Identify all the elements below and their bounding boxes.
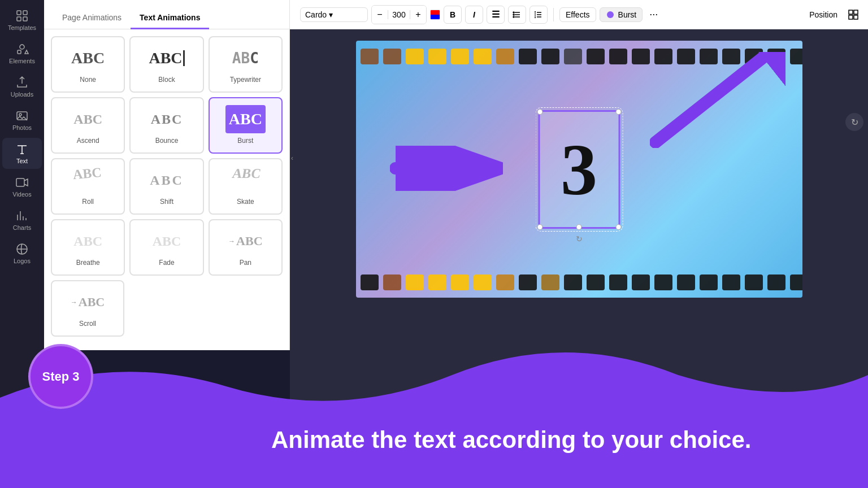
animation-fade[interactable]: ABC Fade bbox=[129, 219, 203, 276]
burst-icon bbox=[606, 10, 615, 19]
timeline-slide-1[interactable]: 3 bbox=[299, 443, 350, 477]
sidebar-item-charts[interactable]: Charts bbox=[2, 204, 42, 236]
font-size-increase-button[interactable]: + bbox=[410, 6, 426, 24]
canvas-background: 3 bbox=[356, 41, 802, 298]
sidebar-item-logos[interactable]: Logos bbox=[2, 238, 42, 269]
number-card[interactable]: 3 bbox=[538, 110, 620, 229]
effects-button[interactable]: Effects bbox=[559, 7, 596, 22]
animation-breathe-preview: ABC bbox=[73, 227, 102, 255]
film-hole bbox=[496, 274, 514, 290]
sidebar-item-photos[interactable]: Photos bbox=[2, 104, 42, 136]
animation-ascend-label: Ascend bbox=[77, 137, 99, 145]
charts-icon bbox=[15, 209, 29, 223]
animation-shift-label: Shift bbox=[160, 198, 173, 206]
svg-marker-6 bbox=[25, 50, 28, 54]
animation-burst[interactable]: ABC Burst bbox=[209, 97, 283, 154]
animation-typewriter-label: Typewriter bbox=[230, 76, 261, 84]
animation-grid: ABC None ABC Block ABC Typewriter ABC As… bbox=[44, 29, 289, 343]
animation-scroll-label: Scroll bbox=[79, 320, 96, 328]
sidebar: Templates Elements Uploads Photos Text V… bbox=[0, 0, 44, 488]
sidebar-item-more[interactable]: ··· bbox=[2, 460, 42, 481]
font-size-input[interactable] bbox=[388, 10, 410, 19]
position-button[interactable]: Position bbox=[805, 8, 842, 21]
canvas-area: 3 bbox=[290, 29, 868, 488]
animation-breathe[interactable]: ABC Breathe bbox=[51, 219, 125, 276]
burst-animation-button[interactable]: Burst bbox=[600, 7, 643, 22]
svg-point-8 bbox=[19, 114, 21, 116]
sidebar-item-label-photos: Photos bbox=[12, 124, 32, 131]
animation-none-label: None bbox=[80, 76, 96, 84]
photos-icon bbox=[15, 109, 29, 123]
arrow-top-right bbox=[650, 52, 785, 150]
svg-line-28 bbox=[656, 58, 763, 142]
animation-pan[interactable]: →ABC Pan bbox=[209, 219, 283, 276]
timeline: 3 bbox=[290, 432, 868, 488]
rotate-icon[interactable]: ↻ bbox=[576, 234, 583, 293]
font-size-decrease-button[interactable]: − bbox=[372, 6, 388, 24]
animation-typewriter-preview: ABC bbox=[232, 44, 259, 72]
animation-roll-preview: ABC bbox=[72, 165, 103, 195]
film-hole bbox=[654, 274, 672, 290]
grid-view-button[interactable] bbox=[845, 7, 861, 23]
font-selector[interactable]: Cardo ▾ bbox=[300, 7, 368, 22]
film-hole bbox=[609, 49, 627, 64]
animation-block[interactable]: ABC Block bbox=[129, 36, 203, 93]
resize-handle-tl[interactable] bbox=[537, 109, 542, 115]
film-hole bbox=[632, 49, 650, 64]
grid-icon bbox=[848, 9, 859, 20]
sidebar-item-text[interactable]: Text bbox=[2, 138, 42, 169]
sidebar-item-templates[interactable]: Templates bbox=[2, 5, 42, 36]
svg-point-15 bbox=[513, 14, 514, 15]
svg-rect-2 bbox=[17, 17, 21, 21]
line-spacing-button[interactable] bbox=[530, 6, 548, 24]
list-button[interactable] bbox=[508, 6, 526, 24]
bold-button[interactable]: B bbox=[444, 6, 462, 24]
animation-typewriter[interactable]: ABC Typewriter bbox=[209, 36, 283, 93]
sidebar-item-videos[interactable]: Videos bbox=[2, 171, 42, 202]
animation-roll[interactable]: ABC Roll bbox=[51, 158, 125, 215]
animation-shift[interactable]: ABC Shift bbox=[129, 158, 203, 215]
svg-rect-1 bbox=[23, 11, 27, 15]
text-icon bbox=[15, 142, 29, 156]
more-options-button[interactable]: ··· bbox=[646, 6, 661, 23]
list-icon bbox=[513, 10, 522, 19]
sidebar-item-uploads[interactable]: Uploads bbox=[2, 71, 42, 102]
animation-skate[interactable]: ABC Skate bbox=[209, 158, 283, 215]
film-hole bbox=[451, 274, 469, 290]
resize-handle-bm[interactable] bbox=[576, 224, 582, 230]
text-color-button[interactable] bbox=[430, 10, 440, 20]
animation-bounce-preview: ABC bbox=[151, 105, 183, 133]
resize-handle-br[interactable] bbox=[615, 224, 621, 230]
resize-handle-tr[interactable] bbox=[615, 109, 621, 115]
more-icon: ··· bbox=[16, 465, 28, 477]
film-hole bbox=[587, 274, 605, 290]
canvas-collapse-button[interactable]: ▼ bbox=[571, 420, 588, 430]
animation-bounce[interactable]: ABC Bounce bbox=[129, 97, 203, 154]
timeline-slide-2[interactable] bbox=[355, 443, 406, 477]
svg-point-16 bbox=[513, 16, 514, 18]
italic-button[interactable]: I bbox=[465, 6, 483, 24]
svg-point-14 bbox=[513, 12, 514, 13]
animation-burst-preview: ABC bbox=[225, 105, 266, 133]
videos-icon bbox=[15, 176, 29, 189]
refresh-icon[interactable]: ↻ bbox=[845, 113, 863, 131]
animation-burst-label: Burst bbox=[237, 137, 253, 145]
animation-none[interactable]: ABC None bbox=[51, 36, 125, 93]
film-hole bbox=[383, 274, 401, 290]
step-label: Step 3 bbox=[42, 369, 79, 384]
text-align-button[interactable]: ☰ bbox=[487, 6, 505, 24]
sidebar-item-elements[interactable]: Elements bbox=[2, 38, 42, 69]
tab-text-animations[interactable]: Text Animations bbox=[131, 7, 209, 29]
timeline-slide-1-number: 3 bbox=[322, 453, 328, 468]
animation-ascend[interactable]: ABC Ascend bbox=[51, 97, 125, 154]
toolbar-divider-1 bbox=[553, 8, 554, 21]
resize-handle-bl[interactable] bbox=[537, 224, 542, 230]
film-hole bbox=[609, 274, 627, 290]
film-hole bbox=[474, 49, 492, 64]
tab-page-animations[interactable]: Page Animations bbox=[53, 7, 131, 29]
film-hole bbox=[474, 274, 492, 290]
film-hole bbox=[406, 274, 424, 290]
animation-shift-preview: ABC bbox=[150, 166, 184, 194]
animation-scroll[interactable]: →ABC Scroll bbox=[51, 280, 124, 337]
animation-pan-preview: →ABC bbox=[228, 227, 262, 255]
